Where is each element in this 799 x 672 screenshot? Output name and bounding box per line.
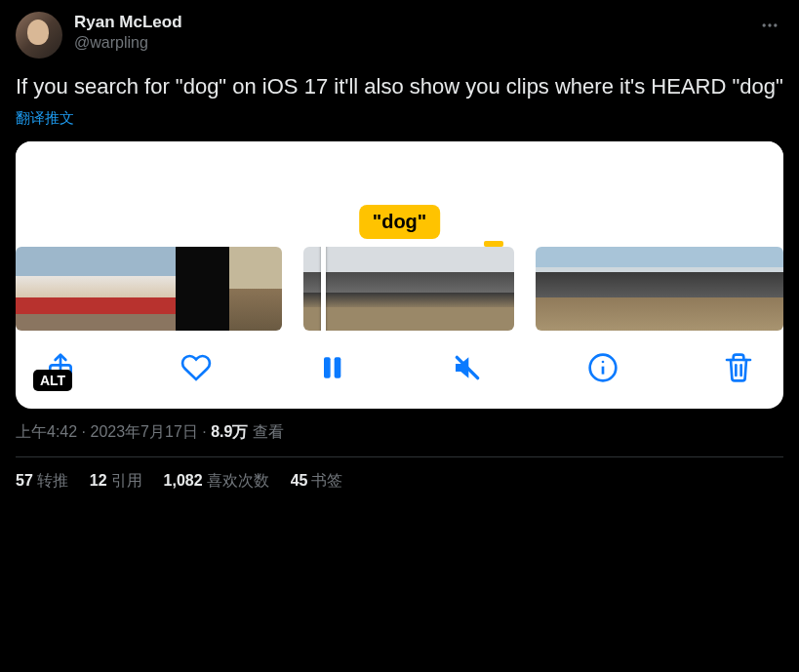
info-icon (587, 352, 619, 383)
handle: @warpling (74, 33, 744, 54)
video-frame (176, 247, 229, 331)
tweet-container: Ryan McLeod @warpling If you search for … (0, 0, 799, 517)
quotes-stat[interactable]: 12引用 (90, 471, 142, 492)
playhead[interactable] (321, 247, 326, 331)
tweet-date[interactable]: 2023年7月17日 (90, 423, 197, 440)
views-count: 8.9万 (211, 423, 248, 440)
filmstrip[interactable] (16, 247, 783, 331)
retweets-count: 57 (16, 472, 33, 489)
media-top: "dog" (16, 141, 783, 247)
clip-group[interactable] (303, 247, 514, 331)
retweets-stat[interactable]: 57转推 (16, 471, 68, 492)
likes-stat[interactable]: 1,082喜欢次数 (164, 471, 269, 492)
speaker-muted-icon (452, 352, 483, 383)
display-name: Ryan McLeod (74, 12, 744, 33)
video-frame (578, 247, 619, 331)
svg-point-2 (774, 23, 777, 26)
avatar[interactable] (16, 12, 62, 59)
video-frame (374, 247, 444, 331)
tweet-time[interactable]: 上午4:42 (16, 423, 77, 440)
video-frame (444, 247, 514, 331)
heart-icon (180, 352, 212, 383)
delete-button[interactable] (723, 352, 754, 383)
quotes-count: 12 (90, 472, 107, 489)
tweet-header: Ryan McLeod @warpling (16, 12, 783, 59)
video-frame (659, 247, 700, 331)
video-frame (122, 247, 176, 331)
bookmarks-count: 45 (291, 472, 308, 489)
likes-count: 1,082 (164, 472, 203, 489)
translate-link[interactable]: 翻译推文 (16, 109, 74, 128)
media-toolbar (16, 331, 783, 409)
video-frame (742, 247, 783, 331)
author-names[interactable]: Ryan McLeod @warpling (74, 12, 744, 54)
svg-point-9 (602, 360, 605, 363)
pause-button[interactable] (316, 352, 347, 383)
video-frame (303, 247, 374, 331)
svg-point-1 (768, 23, 771, 26)
retweets-label: 转推 (37, 472, 68, 489)
pause-icon (316, 352, 347, 383)
video-frame (16, 247, 69, 331)
video-frame (701, 247, 742, 331)
svg-point-0 (763, 23, 766, 26)
quotes-label: 引用 (111, 472, 142, 489)
video-frame (536, 247, 577, 331)
playhead-marker (484, 241, 503, 247)
views-label: 查看 (253, 423, 284, 440)
tweet-meta: 上午4:42 · 2023年7月17日 · 8.9万 查看 (16, 422, 783, 457)
likes-label: 喜欢次数 (207, 472, 269, 489)
search-term-badge: "dog" (359, 205, 441, 239)
mute-button[interactable] (452, 352, 483, 383)
alt-badge[interactable]: ALT (33, 370, 72, 391)
tweet-text: If you search for "dog" on iOS 17 it'll … (16, 72, 783, 101)
svg-rect-4 (324, 357, 331, 377)
more-icon (760, 16, 779, 35)
video-frame (619, 247, 659, 331)
more-button[interactable] (756, 12, 783, 43)
clip-group[interactable] (536, 247, 783, 331)
clip-group[interactable] (16, 247, 282, 331)
trash-icon (723, 352, 754, 383)
video-frame (69, 247, 123, 331)
favorite-button[interactable] (180, 352, 212, 383)
bookmarks-label: 书签 (311, 472, 342, 489)
media-card[interactable]: "dog" (16, 141, 783, 409)
svg-rect-5 (335, 357, 341, 377)
video-frame (229, 247, 283, 331)
info-button[interactable] (587, 352, 619, 383)
tweet-stats: 57转推 12引用 1,082喜欢次数 45书签 (16, 457, 783, 505)
bookmarks-stat[interactable]: 45书签 (291, 471, 343, 492)
